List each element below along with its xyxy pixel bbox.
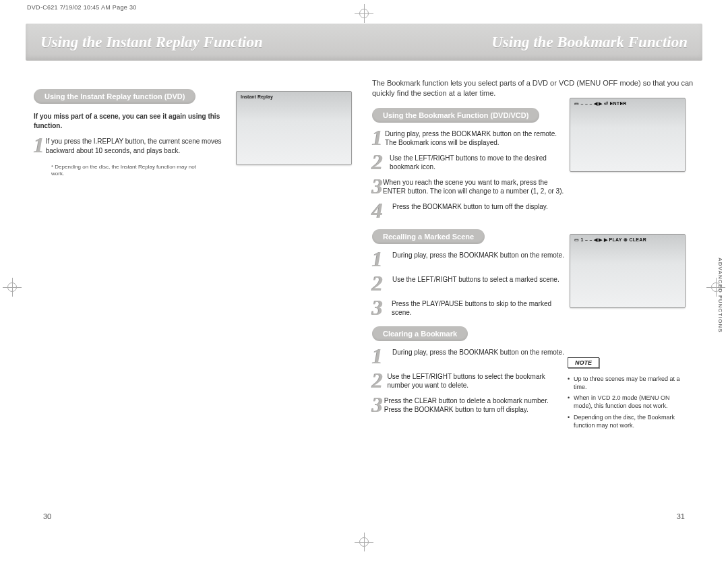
footnote: Depending on the disc, the Instant Repla… <box>51 164 206 178</box>
side-section-label: ADVANCED FUNCTIONS <box>717 258 723 333</box>
registration-mark <box>3 278 22 297</box>
osd-text: ▭ 1 – – ◀ ▶ ▶ PLAY ⊗ CLEAR <box>574 237 681 243</box>
list-item: 2Use the LEFT/RIGHT buttons to select a … <box>372 272 568 294</box>
step-text: Press the BOOKMARK button to turn off th… <box>392 200 548 221</box>
print-header: DVD-C621 7/19/02 10:45 AM Page 30 <box>27 4 137 11</box>
list-item: 1During play, press the BOOKMARK button … <box>372 345 568 367</box>
step-text: If you press the I.REPLAY button, the cu… <box>46 134 229 156</box>
registration-mark <box>355 533 373 551</box>
step-text: Use the LEFT/RIGHT buttons to select a m… <box>392 272 559 294</box>
list-item: 1During play, press the BOOKMARK button … <box>372 248 568 270</box>
step-text: Press the PLAY/PAUSE buttons to skip to … <box>392 297 568 318</box>
note-title: NOTE <box>568 357 599 368</box>
tv-screen-bookmark-play: ▭ 1 – – ◀ ▶ ▶ PLAY ⊗ CLEAR <box>570 234 686 308</box>
step-text: During play, press the BOOKMARK button o… <box>392 345 564 367</box>
list-item: 2Use the LEFT/RIGHT buttons to move to t… <box>372 151 568 173</box>
title-right: Using the Bookmark Function <box>364 34 702 51</box>
list-item: 3Press the CLEAR button to delete a book… <box>372 394 568 415</box>
list-item: 3Press the PLAY/PAUSE buttons to skip to… <box>372 297 568 318</box>
list-item: 1During play, press the BOOKMARK button … <box>372 127 568 148</box>
section-pill-recall: Recalling a Marked Scene <box>372 229 485 244</box>
note-item: When in VCD 2.0 mode (MENU ON mode), thi… <box>568 394 689 410</box>
title-left: Using the Instant Replay Function <box>26 34 364 51</box>
tv-screen-instant-replay: Instant Replay <box>236 91 352 165</box>
osd-label: Instant Replay <box>241 94 273 99</box>
list-item: 3When you reach the scene you want to ma… <box>372 175 568 197</box>
page-number-right: 31 <box>677 512 685 520</box>
section-intro: The Bookmark function lets you select pa… <box>372 78 694 98</box>
registration-mark <box>355 4 373 23</box>
list-item: 1 If you press the I.REPLAY button, the … <box>34 134 229 156</box>
page-number-left: 30 <box>43 512 51 520</box>
step-text: During play, press the BOOKMARK button o… <box>385 127 568 148</box>
step-text: Use the LEFT/RIGHT buttons to move to th… <box>390 151 568 173</box>
note-item: Depending on the disc, the Bookmark func… <box>568 413 689 429</box>
step-number: 1 <box>34 134 46 156</box>
section-pill-bookmark: Using the Bookmark Function (DVD/VCD) <box>372 108 539 123</box>
note-box: NOTE Up to three scenes may be marked at… <box>568 355 689 432</box>
step-text: Use the LEFT/RIGHT buttons to select the… <box>387 369 568 391</box>
note-list: Up to three scenes may be marked at a ti… <box>568 375 689 429</box>
list-item: 2Use the LEFT/RIGHT buttons to select th… <box>372 369 568 391</box>
step-text: During play, press the BOOKMARK button o… <box>392 248 564 270</box>
list-item: 4Press the BOOKMARK button to turn off t… <box>372 200 568 221</box>
section-pill-clear: Clearing a Bookmark <box>372 326 468 341</box>
tv-screen-bookmark-enter: ▭ – – – ◀ ▶ ⏎ ENTER <box>570 98 686 172</box>
step-text: Press the CLEAR button to delete a bookm… <box>384 394 568 415</box>
section-pill-instant-replay: Using the Instant Replay function (DVD) <box>34 89 195 104</box>
section-lead: If you miss part of a scene, you can see… <box>34 112 222 130</box>
note-item: Up to three scenes may be marked at a ti… <box>568 375 689 391</box>
osd-text: ▭ – – – ◀ ▶ ⏎ ENTER <box>574 101 681 107</box>
step-text: When you reach the scene you want to mar… <box>383 175 568 197</box>
title-bar: Using the Instant Replay Function Using … <box>26 24 702 61</box>
